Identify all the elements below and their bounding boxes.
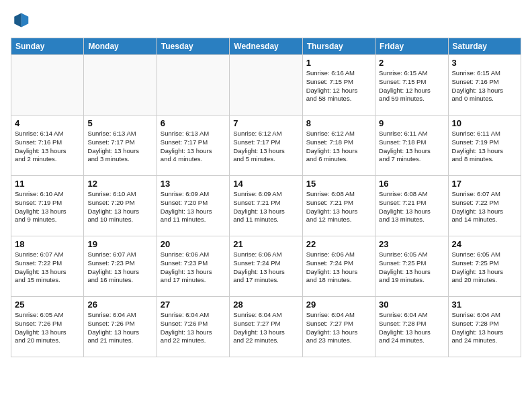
calendar-cell xyxy=(157,55,229,116)
calendar-cell: 8Sunrise: 6:12 AMSunset: 7:18 PMDaylight… xyxy=(302,116,375,176)
weekday-header: Tuesday xyxy=(157,38,229,55)
day-number: 30 xyxy=(379,300,444,310)
cell-info: Sunrise: 6:04 AMSunset: 7:27 PMDaylight:… xyxy=(306,311,371,345)
calendar-cell: 20Sunrise: 6:06 AMSunset: 7:23 PMDayligh… xyxy=(157,236,229,297)
day-number: 9 xyxy=(379,118,444,128)
day-number: 19 xyxy=(87,239,152,249)
calendar-cell xyxy=(230,55,302,116)
day-number: 7 xyxy=(233,118,298,128)
calendar-cell: 6Sunrise: 6:13 AMSunset: 7:17 PMDaylight… xyxy=(157,116,229,176)
day-number: 23 xyxy=(379,239,444,249)
calendar-cell: 4Sunrise: 6:14 AMSunset: 7:16 PMDaylight… xyxy=(11,116,84,176)
day-number: 10 xyxy=(452,118,517,128)
calendar-cell: 30Sunrise: 6:04 AMSunset: 7:28 PMDayligh… xyxy=(375,297,448,357)
cell-info: Sunrise: 6:04 AMSunset: 7:28 PMDaylight:… xyxy=(379,311,444,345)
calendar-cell: 10Sunrise: 6:11 AMSunset: 7:19 PMDayligh… xyxy=(448,116,521,176)
cell-info: Sunrise: 6:07 AMSunset: 7:22 PMDaylight:… xyxy=(452,190,517,224)
calendar-cell: 7Sunrise: 6:12 AMSunset: 7:17 PMDaylight… xyxy=(230,116,302,176)
cell-info: Sunrise: 6:06 AMSunset: 7:24 PMDaylight:… xyxy=(306,250,371,285)
page-header xyxy=(11,11,521,30)
day-number: 21 xyxy=(233,239,298,249)
weekday-header: Friday xyxy=(375,38,448,55)
weekday-header: Sunday xyxy=(11,38,84,55)
cell-info: Sunrise: 6:15 AMSunset: 7:16 PMDaylight:… xyxy=(452,69,517,103)
cell-info: Sunrise: 6:05 AMSunset: 7:26 PMDaylight:… xyxy=(15,311,80,345)
calendar-cell: 1Sunrise: 6:16 AMSunset: 7:15 PMDaylight… xyxy=(302,55,375,116)
weekday-header: Thursday xyxy=(302,38,375,55)
day-number: 3 xyxy=(452,58,517,68)
cell-info: Sunrise: 6:04 AMSunset: 7:28 PMDaylight:… xyxy=(452,311,517,345)
logo xyxy=(11,11,32,30)
cell-info: Sunrise: 6:11 AMSunset: 7:18 PMDaylight:… xyxy=(379,130,444,164)
day-number: 17 xyxy=(452,179,517,189)
calendar-cell: 12Sunrise: 6:10 AMSunset: 7:20 PMDayligh… xyxy=(84,176,157,236)
calendar-cell: 17Sunrise: 6:07 AMSunset: 7:22 PMDayligh… xyxy=(448,176,521,236)
calendar-cell: 13Sunrise: 6:09 AMSunset: 7:20 PMDayligh… xyxy=(157,176,229,236)
cell-info: Sunrise: 6:16 AMSunset: 7:15 PMDaylight:… xyxy=(306,69,371,103)
weekday-header: Wednesday xyxy=(230,38,302,55)
cell-info: Sunrise: 6:09 AMSunset: 7:21 PMDaylight:… xyxy=(233,190,298,224)
cell-info: Sunrise: 6:12 AMSunset: 7:17 PMDaylight:… xyxy=(233,130,298,164)
cell-info: Sunrise: 6:12 AMSunset: 7:18 PMDaylight:… xyxy=(306,130,371,164)
day-number: 15 xyxy=(306,179,371,189)
logo-icon xyxy=(11,11,30,30)
day-number: 11 xyxy=(15,179,80,189)
cell-info: Sunrise: 6:07 AMSunset: 7:23 PMDaylight:… xyxy=(87,250,152,285)
cell-info: Sunrise: 6:09 AMSunset: 7:20 PMDaylight:… xyxy=(161,190,226,224)
day-number: 4 xyxy=(15,118,80,128)
calendar-cell: 11Sunrise: 6:10 AMSunset: 7:19 PMDayligh… xyxy=(11,176,84,236)
day-number: 31 xyxy=(452,300,517,310)
day-number: 13 xyxy=(161,179,226,189)
day-number: 6 xyxy=(161,118,226,128)
calendar-cell xyxy=(11,55,84,116)
cell-info: Sunrise: 6:05 AMSunset: 7:25 PMDaylight:… xyxy=(379,250,444,285)
calendar-cell: 25Sunrise: 6:05 AMSunset: 7:26 PMDayligh… xyxy=(11,297,84,357)
cell-info: Sunrise: 6:04 AMSunset: 7:26 PMDaylight:… xyxy=(87,311,152,345)
day-number: 25 xyxy=(15,300,80,310)
cell-info: Sunrise: 6:11 AMSunset: 7:19 PMDaylight:… xyxy=(452,130,517,164)
calendar-cell: 5Sunrise: 6:13 AMSunset: 7:17 PMDaylight… xyxy=(84,116,157,176)
day-number: 26 xyxy=(87,300,152,310)
cell-info: Sunrise: 6:10 AMSunset: 7:20 PMDaylight:… xyxy=(87,190,152,224)
calendar-cell: 14Sunrise: 6:09 AMSunset: 7:21 PMDayligh… xyxy=(230,176,302,236)
calendar-cell: 29Sunrise: 6:04 AMSunset: 7:27 PMDayligh… xyxy=(302,297,375,357)
day-number: 18 xyxy=(15,239,80,249)
cell-info: Sunrise: 6:04 AMSunset: 7:26 PMDaylight:… xyxy=(161,311,226,345)
weekday-header: Monday xyxy=(84,38,157,55)
cell-info: Sunrise: 6:15 AMSunset: 7:15 PMDaylight:… xyxy=(379,69,444,103)
calendar-cell: 15Sunrise: 6:08 AMSunset: 7:21 PMDayligh… xyxy=(302,176,375,236)
cell-info: Sunrise: 6:06 AMSunset: 7:24 PMDaylight:… xyxy=(233,250,298,285)
cell-info: Sunrise: 6:10 AMSunset: 7:19 PMDaylight:… xyxy=(15,190,80,224)
calendar-cell: 23Sunrise: 6:05 AMSunset: 7:25 PMDayligh… xyxy=(375,236,448,297)
calendar-cell: 31Sunrise: 6:04 AMSunset: 7:28 PMDayligh… xyxy=(448,297,521,357)
cell-info: Sunrise: 6:08 AMSunset: 7:21 PMDaylight:… xyxy=(306,190,371,224)
calendar-cell: 9Sunrise: 6:11 AMSunset: 7:18 PMDaylight… xyxy=(375,116,448,176)
day-number: 22 xyxy=(306,239,371,249)
day-number: 1 xyxy=(306,58,371,68)
calendar-cell: 16Sunrise: 6:08 AMSunset: 7:21 PMDayligh… xyxy=(375,176,448,236)
day-number: 8 xyxy=(306,118,371,128)
cell-info: Sunrise: 6:06 AMSunset: 7:23 PMDaylight:… xyxy=(161,250,226,285)
day-number: 12 xyxy=(87,179,152,189)
day-number: 29 xyxy=(306,300,371,310)
calendar-cell xyxy=(84,55,157,116)
calendar-cell: 19Sunrise: 6:07 AMSunset: 7:23 PMDayligh… xyxy=(84,236,157,297)
calendar-cell: 21Sunrise: 6:06 AMSunset: 7:24 PMDayligh… xyxy=(230,236,302,297)
cell-info: Sunrise: 6:13 AMSunset: 7:17 PMDaylight:… xyxy=(161,130,226,164)
calendar-cell: 26Sunrise: 6:04 AMSunset: 7:26 PMDayligh… xyxy=(84,297,157,357)
calendar-cell: 18Sunrise: 6:07 AMSunset: 7:22 PMDayligh… xyxy=(11,236,84,297)
cell-info: Sunrise: 6:14 AMSunset: 7:16 PMDaylight:… xyxy=(15,130,80,164)
calendar-cell: 3Sunrise: 6:15 AMSunset: 7:16 PMDaylight… xyxy=(448,55,521,116)
cell-info: Sunrise: 6:13 AMSunset: 7:17 PMDaylight:… xyxy=(87,130,152,164)
calendar-cell: 22Sunrise: 6:06 AMSunset: 7:24 PMDayligh… xyxy=(302,236,375,297)
weekday-header: Saturday xyxy=(448,38,521,55)
day-number: 16 xyxy=(379,179,444,189)
cell-info: Sunrise: 6:08 AMSunset: 7:21 PMDaylight:… xyxy=(379,190,444,224)
day-number: 24 xyxy=(452,239,517,249)
calendar-cell: 27Sunrise: 6:04 AMSunset: 7:26 PMDayligh… xyxy=(157,297,229,357)
day-number: 28 xyxy=(233,300,298,310)
calendar-cell: 28Sunrise: 6:04 AMSunset: 7:27 PMDayligh… xyxy=(230,297,302,357)
day-number: 27 xyxy=(161,300,226,310)
calendar-cell: 2Sunrise: 6:15 AMSunset: 7:15 PMDaylight… xyxy=(375,55,448,116)
calendar-cell: 24Sunrise: 6:05 AMSunset: 7:25 PMDayligh… xyxy=(448,236,521,297)
